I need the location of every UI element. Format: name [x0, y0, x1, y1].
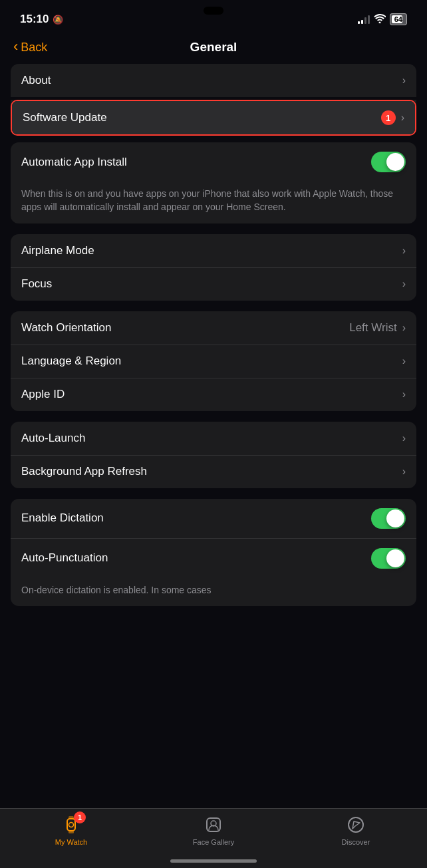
language-region-row[interactable]: Language & Region › — [11, 345, 416, 378]
auto-punctuation-row[interactable]: Auto-Punctuation — [11, 538, 416, 578]
svg-rect-2 — [69, 830, 74, 833]
watch-orientation-row[interactable]: Watch Orientation Left Wrist › — [11, 311, 416, 345]
face-gallery-icon — [204, 815, 223, 835]
bell-icon: 🔕 — [53, 15, 63, 25]
auto-app-install-label: Automatic App Install — [21, 156, 127, 169]
my-watch-icon-wrap: 1 — [61, 814, 82, 835]
svg-point-3 — [69, 823, 74, 827]
software-update-row[interactable]: Software Update 1 › — [12, 101, 415, 134]
header: ‹ Back General — [0, 35, 427, 64]
settings-group-5: Auto-Launch › Background App Refresh › — [11, 422, 416, 488]
language-region-label: Language & Region — [21, 355, 121, 368]
software-update-chevron-icon: › — [401, 112, 404, 124]
enable-dictation-toggle-knob — [386, 509, 404, 527]
auto-punctuation-toggle-knob — [386, 549, 404, 567]
focus-row[interactable]: Focus › — [11, 267, 416, 301]
signal-bar-2 — [361, 20, 363, 24]
battery-indicator: 64 — [390, 13, 407, 25]
background-app-refresh-label: Background App Refresh — [21, 465, 147, 478]
background-app-refresh-chevron-icon: › — [402, 466, 406, 478]
apple-id-right: › — [402, 388, 406, 400]
background-app-refresh-right: › — [402, 466, 406, 478]
software-update-right: 1 › — [381, 110, 404, 125]
status-time-group: 15:10 🔕 — [20, 13, 63, 26]
settings-group-1: About › Software Update 1 › — [11, 64, 416, 136]
back-chevron-icon: ‹ — [13, 39, 18, 54]
watch-orientation-value: Left Wrist — [349, 321, 396, 335]
auto-launch-right: › — [402, 432, 406, 444]
software-update-badge: 1 — [381, 110, 396, 125]
back-label: Back — [21, 41, 47, 55]
apple-id-label: Apple ID — [21, 388, 65, 401]
status-time: 15:10 — [20, 13, 49, 26]
dynamic-island — [204, 7, 223, 15]
svg-point-6 — [349, 817, 363, 832]
watch-orientation-right: Left Wrist › — [349, 321, 406, 335]
my-watch-tab-badge: 1 — [74, 811, 86, 823]
signal-bar-3 — [364, 17, 366, 24]
home-indicator — [170, 859, 257, 863]
tab-face-gallery[interactable]: Face Gallery — [142, 814, 285, 846]
auto-app-install-row[interactable]: Automatic App Install — [11, 142, 416, 182]
svg-marker-7 — [353, 821, 360, 829]
about-right: › — [402, 74, 406, 86]
content-area: About › Software Update 1 › — [0, 64, 427, 683]
airplane-mode-chevron-icon: › — [402, 245, 406, 257]
settings-group-3: Airplane Mode › Focus › — [11, 234, 416, 301]
my-watch-tab-label: My Watch — [55, 838, 88, 846]
airplane-mode-label: Airplane Mode — [21, 244, 94, 257]
status-bar: 15:10 🔕 64 — [0, 0, 427, 35]
watch-orientation-label: Watch Orientation — [21, 321, 111, 335]
auto-launch-chevron-icon: › — [402, 432, 406, 444]
enable-dictation-label: Enable Dictation — [21, 511, 104, 525]
enable-dictation-row[interactable]: Enable Dictation — [11, 499, 416, 538]
discover-icon — [346, 815, 366, 835]
settings-group-6: Enable Dictation Auto-Punctuation On-dev… — [11, 499, 416, 606]
software-update-section: Software Update 1 › — [11, 100, 416, 136]
signal-bars — [358, 15, 370, 24]
focus-right: › — [402, 278, 406, 290]
language-region-chevron-icon: › — [402, 355, 406, 367]
auto-punctuation-label: Auto-Punctuation — [21, 551, 108, 565]
settings-group-4: Watch Orientation Left Wrist › Language … — [11, 311, 416, 411]
svg-rect-1 — [69, 816, 74, 819]
about-row[interactable]: About › — [11, 64, 416, 97]
watch-orientation-chevron-icon: › — [402, 322, 406, 334]
apple-id-chevron-icon: › — [402, 388, 406, 400]
auto-launch-label: Auto-Launch — [21, 432, 85, 445]
software-update-highlight: Software Update 1 › — [11, 100, 416, 136]
about-label: About — [21, 74, 51, 87]
dictation-description: On-device dictation is enabled. In some … — [11, 578, 416, 606]
tab-my-watch[interactable]: 1 My Watch — [0, 814, 142, 846]
face-gallery-icon-wrap — [203, 814, 224, 835]
wifi-icon — [374, 14, 386, 25]
phone-frame: 15:10 🔕 64 ‹ Back — [0, 0, 427, 868]
about-chevron-icon: › — [402, 74, 406, 86]
auto-punctuation-toggle[interactable] — [371, 548, 406, 569]
auto-app-install-toggle[interactable] — [371, 152, 406, 172]
discover-tab-label: Discover — [342, 838, 370, 846]
apple-id-row[interactable]: Apple ID › — [11, 378, 416, 411]
enable-dictation-toggle[interactable] — [371, 508, 406, 529]
signal-bar-1 — [358, 21, 360, 24]
background-app-refresh-row[interactable]: Background App Refresh › — [11, 455, 416, 488]
settings-group-2: Automatic App Install When this is on an… — [11, 142, 416, 223]
face-gallery-tab-label: Face Gallery — [193, 838, 234, 846]
discover-icon-wrap — [345, 814, 366, 835]
auto-app-install-description: When this is on and you have apps on you… — [11, 182, 416, 223]
focus-chevron-icon: › — [402, 278, 406, 290]
focus-label: Focus — [21, 277, 52, 291]
toggle-knob — [386, 153, 404, 171]
airplane-mode-row[interactable]: Airplane Mode › — [11, 234, 416, 267]
battery-level: 64 — [393, 15, 404, 23]
back-button[interactable]: ‹ Back — [13, 41, 47, 55]
auto-launch-row[interactable]: Auto-Launch › — [11, 422, 416, 455]
signal-bar-4 — [368, 15, 370, 24]
software-update-label: Software Update — [23, 111, 107, 124]
language-region-right: › — [402, 355, 406, 367]
status-right: 64 — [358, 13, 407, 25]
airplane-mode-right: › — [402, 245, 406, 257]
page-title: General — [190, 40, 237, 55]
tab-discover[interactable]: Discover — [285, 814, 427, 846]
about-section: About › — [11, 64, 416, 97]
